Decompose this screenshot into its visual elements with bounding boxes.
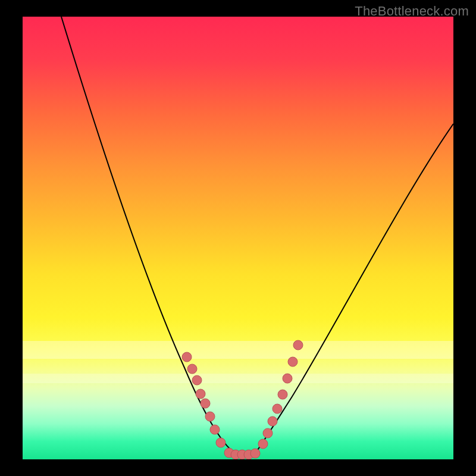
left-curve [61,17,237,454]
marker-dot [273,404,282,414]
marker-dot [205,412,215,421]
marker-dot [268,416,277,426]
marker-dot [216,438,226,447]
marker-dot [283,374,292,383]
marker-dot [210,425,220,434]
chart-container: TheBottleneck.com [0,0,476,476]
marker-dot [278,390,287,399]
marker-dot [258,439,268,449]
right-curve [255,124,453,454]
marker-dot [196,389,205,399]
marker-dot [182,352,192,362]
marker-dot [192,375,202,385]
marker-group-right [258,340,303,449]
marker-dot [263,428,273,438]
marker-dot [293,340,303,350]
marker-group-floor [224,448,260,459]
marker-dot [187,364,197,374]
plot-area [23,17,453,459]
marker-dot [201,399,210,408]
marker-dot [250,449,260,458]
curve-layer [23,17,453,459]
marker-dot [288,357,298,367]
marker-group-left [182,352,226,447]
